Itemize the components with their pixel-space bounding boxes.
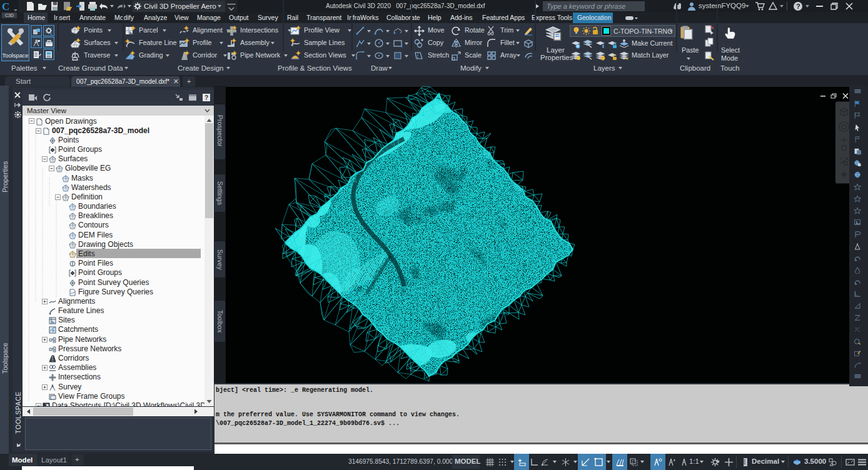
- svg-text:?: ?: [204, 94, 208, 101]
